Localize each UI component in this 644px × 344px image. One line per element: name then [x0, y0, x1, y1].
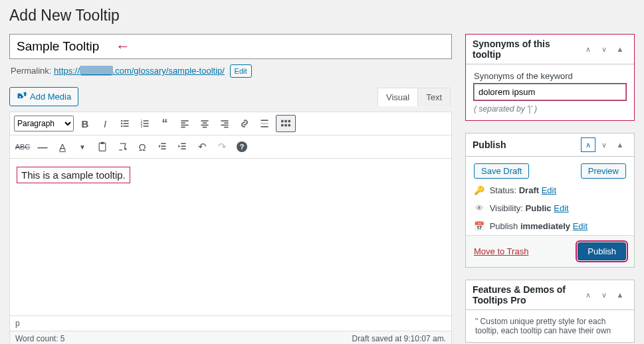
status-row: 🔑 Status: Draft Edit	[466, 181, 634, 199]
edit-schedule-link[interactable]: Edit	[573, 221, 588, 231]
bullet-list-icon[interactable]	[116, 115, 134, 132]
add-media-button[interactable]: Add Media	[9, 87, 78, 106]
svg-rect-13	[181, 122, 185, 124]
publish-heading: Publish	[473, 139, 506, 150]
svg-rect-35	[161, 143, 165, 144]
tooltip-title-input[interactable]	[9, 34, 452, 59]
synonyms-field-label: Synonyms of the keyword	[474, 71, 626, 81]
svg-rect-34	[101, 142, 104, 144]
svg-rect-29	[288, 120, 291, 123]
svg-rect-36	[161, 145, 165, 147]
svg-rect-9	[144, 123, 149, 124]
paragraph-select[interactable]: Paragraph	[14, 116, 74, 131]
svg-rect-33	[99, 143, 106, 151]
toggle-panel-icon[interactable]: ▲	[613, 42, 627, 56]
tab-text[interactable]: Text	[417, 88, 451, 106]
schedule-row: 📅 Publish immediately Edit	[466, 217, 634, 235]
eye-icon: 👁	[474, 203, 484, 213]
help-icon[interactable]: ?	[233, 138, 251, 155]
redo-icon[interactable]: ↷	[213, 138, 231, 155]
undo-icon[interactable]: ↶	[193, 138, 211, 155]
svg-rect-25	[261, 123, 268, 124]
clear-format-icon[interactable]	[114, 138, 131, 155]
align-center-icon[interactable]	[196, 115, 213, 132]
autosave-status: Draft saved at 9:10:07 am.	[352, 334, 446, 343]
toggle-panel-icon[interactable]: ▲	[613, 288, 627, 302]
save-draft-button[interactable]: Save Draft	[474, 163, 529, 179]
svg-rect-31	[284, 124, 287, 127]
move-down-icon[interactable]: ∨	[597, 288, 611, 302]
svg-rect-26	[261, 126, 268, 128]
move-to-trash-link[interactable]: Move to Trash	[474, 246, 528, 256]
align-left-icon[interactable]	[176, 115, 193, 132]
svg-rect-1	[124, 120, 129, 122]
svg-rect-40	[181, 148, 185, 149]
publish-button[interactable]: Publish	[578, 242, 626, 260]
preview-button[interactable]: Preview	[581, 163, 626, 179]
paste-text-icon[interactable]	[94, 138, 111, 155]
visibility-row: 👁 Visibility: Public Edit	[466, 199, 634, 217]
special-char-icon[interactable]: Ω	[134, 138, 151, 155]
features-heading: Features & Demos of Tooltips Pro	[473, 284, 581, 305]
svg-rect-5	[124, 126, 129, 127]
permalink-label: Permalink:	[11, 66, 51, 76]
svg-rect-14	[181, 125, 188, 126]
text-color-dropdown-icon[interactable]: ▼	[74, 138, 91, 155]
content-editor[interactable]: This is a sample tooltip.	[10, 159, 451, 315]
svg-point-4	[121, 126, 122, 127]
indent-icon[interactable]	[173, 138, 191, 155]
move-down-icon[interactable]: ∨	[597, 42, 611, 56]
toolbar-row-1: Paragraph B I 123 “	[10, 112, 451, 135]
synonyms-hint: ( separated by '|' )	[474, 104, 626, 114]
svg-rect-28	[284, 120, 287, 123]
synonyms-heading: Synonyms of this tooltip	[473, 39, 581, 60]
svg-rect-3	[124, 123, 129, 124]
svg-rect-39	[181, 145, 185, 147]
move-up-icon[interactable]: ∧	[581, 42, 595, 56]
number-list-icon[interactable]: 123	[136, 115, 154, 132]
svg-rect-24	[261, 120, 268, 121]
content-text: This is a sample tooltip.	[17, 167, 130, 183]
svg-rect-21	[224, 122, 228, 124]
bold-icon[interactable]: B	[76, 115, 94, 132]
text-color-icon[interactable]: A	[54, 138, 71, 155]
svg-rect-30	[281, 124, 284, 127]
toolbar-toggle-icon[interactable]	[276, 115, 296, 132]
move-down-icon[interactable]: ∨	[597, 137, 611, 152]
tab-visual[interactable]: Visual	[377, 88, 418, 106]
svg-rect-18	[201, 125, 208, 126]
features-text: " Custom unique pretty style for each to…	[466, 310, 634, 342]
element-path: p	[10, 315, 451, 331]
svg-rect-27	[281, 120, 284, 123]
page-title: Add New Tooltip	[9, 7, 635, 25]
edit-visibility-link[interactable]: Edit	[554, 203, 568, 213]
svg-rect-37	[161, 148, 165, 149]
edit-permalink-button[interactable]: Edit	[230, 64, 252, 78]
svg-rect-7	[144, 120, 149, 122]
move-up-icon[interactable]: ∧	[581, 137, 595, 152]
synonyms-input[interactable]	[474, 84, 626, 100]
link-icon[interactable]	[236, 115, 253, 132]
hr-icon[interactable]: —	[34, 138, 51, 155]
strikethrough-icon[interactable]: ABC	[14, 138, 31, 155]
svg-rect-23	[224, 127, 228, 128]
key-icon: 🔑	[474, 185, 484, 195]
edit-status-link[interactable]: Edit	[542, 185, 556, 195]
move-up-icon[interactable]: ∧	[581, 288, 595, 302]
toggle-panel-icon[interactable]: ▲	[613, 137, 627, 152]
svg-point-2	[121, 123, 122, 124]
svg-rect-20	[221, 120, 228, 122]
toolbar-row-2: ABC — A ▼ Ω ↶ ↷ ?	[10, 135, 451, 159]
svg-rect-12	[181, 120, 188, 122]
features-panel: Features & Demos of Tooltips Pro ∧ ∨ ▲ "…	[465, 280, 635, 343]
outdent-icon[interactable]	[154, 138, 171, 155]
permalink-url[interactable]: https://xxxxxxx.com/glossary/sample-tool…	[54, 66, 225, 76]
word-count: Word count: 5	[15, 334, 64, 343]
publish-panel: Publish ∧ ∨ ▲ Save Draft Preview 🔑 Statu…	[465, 133, 635, 268]
blockquote-icon[interactable]: “	[156, 115, 173, 132]
readmore-icon[interactable]	[256, 115, 273, 132]
italic-icon[interactable]: I	[96, 115, 114, 132]
svg-rect-11	[144, 126, 149, 127]
svg-rect-22	[221, 125, 228, 126]
align-right-icon[interactable]	[216, 115, 233, 132]
